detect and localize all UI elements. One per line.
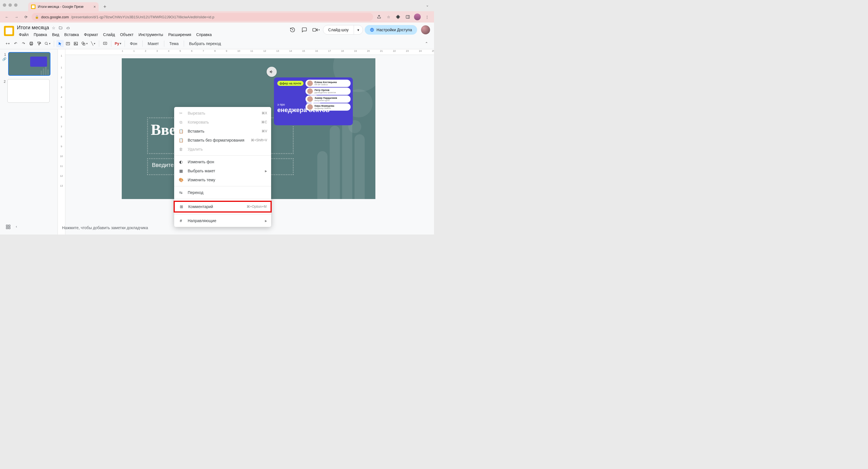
ctx-transition[interactable]: ⇆Переход <box>174 188 271 197</box>
zoom-button[interactable]: ▾ <box>43 40 52 47</box>
textbox-tool[interactable] <box>64 40 71 47</box>
video-object[interactable]: ффер на почте э про енеджера оектов Елен… <box>274 77 353 125</box>
svg-rect-0 <box>406 15 409 19</box>
explore-button[interactable] <box>6 224 11 229</box>
menu-view[interactable]: Вид <box>50 31 61 38</box>
menu-file[interactable]: Файл <box>17 31 30 38</box>
sidepanel-icon[interactable] <box>404 13 412 21</box>
transition-button[interactable]: Выбрать переход <box>186 41 224 46</box>
address-bar[interactable]: 🔒 docs.google.com/presentation/d/1-qp78z… <box>32 13 373 21</box>
slides-favicon-icon <box>31 4 35 9</box>
cloud-status-icon[interactable] <box>66 26 71 30</box>
new-slide-button[interactable]: +▾ <box>4 40 11 47</box>
theme-icon: 🎨 <box>178 178 184 182</box>
thumb-row-2[interactable]: 2 <box>2 79 54 103</box>
browser-menu-icon[interactable]: ⋮ <box>423 13 431 21</box>
comment-tool[interactable] <box>101 40 109 47</box>
menu-insert[interactable]: Вставка <box>62 31 81 38</box>
line-tool[interactable]: ╲▾ <box>89 40 97 47</box>
ctx-change-theme[interactable]: 🎨Изменить тему <box>174 175 271 185</box>
ctx-choose-layout[interactable]: ▦Выбрать макет▶ <box>174 166 271 175</box>
document-title[interactable]: Итоги месяца <box>17 25 49 31</box>
window-controls[interactable] <box>3 3 18 7</box>
new-tab-button[interactable]: + <box>101 3 109 11</box>
menu-format[interactable]: Формат <box>82 31 100 38</box>
submenu-icon: ▶ <box>265 219 267 223</box>
menu-tools[interactable]: Инструменты <box>137 31 165 38</box>
account-avatar[interactable] <box>421 25 430 34</box>
paint-format-button[interactable] <box>35 40 43 47</box>
move-folder-icon[interactable] <box>58 26 63 30</box>
link-icon: 🔗 <box>2 57 6 61</box>
lock-icon: 🔒 <box>35 15 39 19</box>
svg-point-9 <box>45 42 48 44</box>
close-window-icon[interactable] <box>3 3 6 7</box>
collapse-toolbar-button[interactable]: ⌃ <box>423 40 430 47</box>
star-icon[interactable]: ☆ <box>52 26 56 30</box>
lang-indicator[interactable]: Ру▾ <box>114 40 122 47</box>
transition-icon: ⇆ <box>178 190 184 195</box>
menu-extensions[interactable]: Расширения <box>166 31 193 38</box>
layout-button[interactable]: Макет <box>145 41 162 46</box>
slide-thumbnail-1[interactable] <box>8 52 51 76</box>
omnibox-actions: ☆ ⋮ <box>375 13 431 21</box>
menu-edit[interactable]: Правка <box>32 31 49 38</box>
filmstrip[interactable]: 1 🔗 2 <box>0 49 56 234</box>
forward-button[interactable]: → <box>12 13 20 21</box>
slides-logo-icon[interactable] <box>4 26 14 36</box>
guides-icon: # <box>178 219 184 223</box>
menu-help[interactable]: Справка <box>194 31 214 38</box>
ctx-separator <box>174 199 271 199</box>
ctx-comment[interactable]: ⊞Комментарий⌘+Option+M <box>174 201 272 212</box>
slides-app: Итоги месяца ☆ Файл Правка Вид Вставка Ф… <box>0 23 434 234</box>
deco-bar <box>317 151 328 199</box>
video-badge: ффер на почте <box>277 81 304 86</box>
ctx-change-bg[interactable]: ◐Изменить фон <box>174 157 271 166</box>
theme-button[interactable]: Тема <box>166 41 182 46</box>
audio-icon[interactable] <box>267 67 277 77</box>
menu-object[interactable]: Объект <box>118 31 135 38</box>
video-text-small: э про <box>277 103 285 106</box>
close-tab-icon[interactable]: × <box>94 4 96 9</box>
meet-button[interactable]: ▾ <box>311 25 321 35</box>
bookmark-icon[interactable]: ☆ <box>384 13 393 21</box>
toolbar: +▾ ↶ ↷ ▾ ▾ ╲▾ Ру▾ <box>0 38 434 49</box>
svg-rect-8 <box>38 42 40 43</box>
select-tool[interactable] <box>56 40 64 47</box>
back-button[interactable]: ← <box>3 13 11 21</box>
print-button[interactable] <box>28 40 35 47</box>
shape-tool[interactable]: ▾ <box>80 40 89 47</box>
tab-title: Итоги месяца - Google Презе <box>38 5 84 9</box>
person-card: Кира Мамедовапродюсер Skillbox <box>306 103 350 111</box>
menu-slide[interactable]: Слайд <box>101 31 117 38</box>
present-options-button[interactable]: ▾ <box>354 26 363 34</box>
speaker-notes-prompt[interactable]: Нажмите, чтобы добавить заметки докладчи… <box>62 226 148 230</box>
extensions-icon[interactable] <box>394 13 402 21</box>
reload-button[interactable]: ⟳ <box>22 13 30 21</box>
svg-rect-21 <box>6 225 8 226</box>
image-tool[interactable] <box>72 40 80 47</box>
maximize-window-icon[interactable] <box>14 3 18 7</box>
history-button[interactable] <box>287 25 298 35</box>
prev-slide-button[interactable]: ‹ <box>16 224 17 229</box>
ctx-cut: ✂Вырезать⌘X <box>174 109 271 118</box>
share-button[interactable]: Настройки Доступа <box>365 25 417 35</box>
comments-button[interactable] <box>299 25 309 35</box>
delete-icon: 🗑 <box>178 147 184 152</box>
undo-button[interactable]: ↶ <box>12 40 19 47</box>
ctx-paste-plain[interactable]: 📋Вставить без форматирования⌘+Shift+V <box>174 136 271 145</box>
minimize-window-icon[interactable] <box>8 3 12 7</box>
ctx-paste[interactable]: 📋Вставить⌘V <box>174 127 271 136</box>
thumb-row-1[interactable]: 1 🔗 <box>2 52 54 76</box>
browser-tab-active[interactable]: Итоги месяца - Google Презе × <box>28 2 99 11</box>
redo-button[interactable]: ↷ <box>20 40 27 47</box>
slide-thumbnail-2[interactable] <box>7 79 50 103</box>
share-page-icon[interactable] <box>375 13 383 21</box>
person-card: Петр Орловруководитель проектов <box>306 88 350 95</box>
present-button[interactable]: Слайд-шоу <box>323 25 354 34</box>
ctx-guides[interactable]: #Направляющие▶ <box>174 216 271 225</box>
person-card: Елена КостицынаHR BP Skillbox <box>306 80 350 87</box>
profile-avatar[interactable] <box>413 13 422 21</box>
tabstrip-chevron-icon[interactable]: ⌄ <box>426 3 429 7</box>
background-button[interactable]: Фон <box>127 41 140 46</box>
